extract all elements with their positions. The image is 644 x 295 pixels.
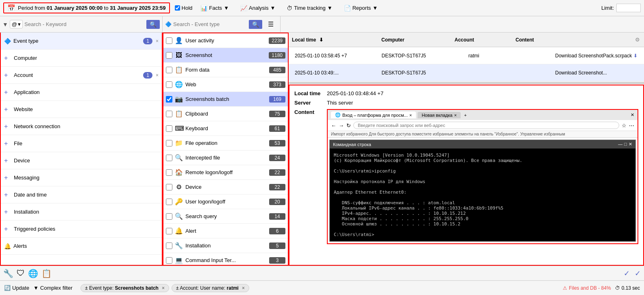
- event-item-user-logon[interactable]: 🔑 User logon/logoff 20: [163, 194, 288, 209]
- tools-icon[interactable]: 🔧: [3, 269, 13, 278]
- table-row[interactable]: 2025-01-10 03:58:45 +7 DESKTOP-S1T67J5 r…: [289, 47, 644, 64]
- sidebar-item-network[interactable]: + Network connection: [1, 118, 162, 135]
- sidebar-close-event-type[interactable]: ×: [156, 38, 159, 44]
- sidebar-label-alerts: Alerts: [13, 243, 159, 249]
- event-item-screenshot[interactable]: 🖼 Screenshot 1180: [163, 48, 288, 63]
- event-cb-intercepted-file[interactable]: [166, 155, 172, 161]
- cmd-controls: — □ ✕: [618, 142, 632, 147]
- table-settings-icon[interactable]: ⚙: [631, 37, 644, 43]
- event-item-web[interactable]: 🌐 Web 373: [163, 77, 288, 92]
- event-cb-form-data[interactable]: [166, 67, 172, 73]
- event-cb-command-input[interactable]: [166, 257, 172, 264]
- tab-add-icon[interactable]: +: [464, 113, 466, 118]
- event-cb-search-query[interactable]: [166, 213, 172, 220]
- keyword-input[interactable]: [24, 21, 145, 27]
- nav-refresh-icon[interactable]: ↻: [346, 122, 351, 129]
- event-cb-screenshots-batch[interactable]: [166, 96, 172, 103]
- event-type-input[interactable]: [173, 21, 247, 27]
- nav-settings-icon[interactable]: ⋯: [629, 122, 634, 129]
- chip-account[interactable]: ± Account: User name: ratmi ×: [172, 284, 249, 292]
- event-icon-keyboard: ⌨: [175, 125, 183, 132]
- event-item-search-query[interactable]: 🔍 Search query 14: [163, 209, 288, 224]
- nav-back-icon[interactable]: ←: [331, 122, 336, 129]
- sidebar-item-alerts[interactable]: 🔔 Alerts: [1, 238, 162, 255]
- download-icon[interactable]: ⬇: [633, 53, 637, 59]
- sidebar-item-application[interactable]: + Application: [1, 84, 162, 101]
- event-item-form-data[interactable]: 📋 Form data 485: [163, 63, 288, 77]
- chip-event-type[interactable]: ± Event type: Screenshots batch ×: [80, 284, 169, 292]
- event-item-file-operation[interactable]: 📁 File operation 53: [163, 136, 288, 151]
- browser-url-input[interactable]: [353, 122, 619, 129]
- reports-menu[interactable]: 📄 Reports ▼: [341, 4, 381, 12]
- sidebar-item-computer[interactable]: + Computer: [1, 50, 162, 67]
- event-item-command-input[interactable]: 💻 Command Input Ter... 3: [163, 253, 288, 266]
- event-item-clipboard[interactable]: 📋 Clipboard 75: [163, 107, 288, 121]
- update-button[interactable]: 🔄 Update: [4, 285, 29, 291]
- check-icon-2[interactable]: ✓: [635, 269, 641, 278]
- facts-icon: 📊: [200, 5, 207, 11]
- hamburger-menu[interactable]: ☰: [264, 18, 278, 31]
- time-tracking-menu[interactable]: ⏱ Time tracking ▼: [283, 4, 335, 12]
- event-count-screenshot: 1180: [269, 52, 285, 59]
- globe-icon[interactable]: 🌐: [28, 269, 38, 278]
- sidebar-item-file[interactable]: + File: [1, 135, 162, 152]
- tab-new-close-icon[interactable]: ×: [454, 113, 457, 118]
- event-cb-user-logon[interactable]: [166, 199, 172, 205]
- event-cb-web[interactable]: [166, 81, 172, 88]
- cmd-close-icon[interactable]: ✕: [629, 142, 632, 147]
- sidebar-item-device[interactable]: + Device: [1, 152, 162, 169]
- sidebar-item-installation[interactable]: + Installation: [1, 203, 162, 221]
- sidebar-item-website[interactable]: + Website: [1, 101, 162, 118]
- event-item-user-activity[interactable]: 👤 User activity 2239: [163, 33, 288, 48]
- reports-label: Reports: [352, 5, 371, 11]
- complex-filter-button[interactable]: ▼ Complex filter: [33, 285, 72, 291]
- event-cb-screenshot[interactable]: [166, 52, 172, 59]
- clipboard-icon[interactable]: 📋: [41, 269, 52, 278]
- event-item-device[interactable]: ⚙ Device 22: [163, 180, 288, 194]
- detail-row-localtime: Local time 2025-01-10 03:48:44 +7: [294, 90, 638, 96]
- sidebar-item-triggered-policies[interactable]: + Triggered policies: [1, 221, 162, 238]
- limit-input[interactable]: [616, 4, 641, 12]
- event-item-alert[interactable]: 🔔 Alert 6: [163, 224, 288, 238]
- hold-checkbox[interactable]: [175, 5, 180, 11]
- event-cb-file-operation[interactable]: [166, 140, 172, 146]
- event-type-search-button[interactable]: 🔍: [249, 20, 262, 29]
- cmd-minimize-icon[interactable]: —: [618, 142, 622, 147]
- event-cb-keyboard[interactable]: [166, 125, 172, 132]
- facts-menu[interactable]: 📊 Facts ▼: [197, 4, 232, 12]
- hold-checkbox-area[interactable]: Hold: [175, 5, 193, 11]
- event-item-remote-logon[interactable]: 🏠 Remote logon/logoff 22: [163, 165, 288, 180]
- event-cb-clipboard[interactable]: [166, 111, 172, 117]
- check-icon-1[interactable]: ✓: [624, 269, 630, 278]
- sidebar-item-account[interactable]: + Account 1 ×: [1, 67, 162, 84]
- event-item-installation[interactable]: 🔧 Installation 5: [163, 238, 288, 253]
- event-type-search-area: 🔷 🔍 ☰: [163, 16, 281, 32]
- event-item-screenshots-batch[interactable]: 📷 Screenshots batch 169: [163, 92, 288, 107]
- sidebar-close-account[interactable]: ×: [156, 72, 159, 78]
- browser-tab-new[interactable]: Новая вкладка ×: [418, 112, 461, 118]
- analysis-menu[interactable]: 📈 Analysis ▼: [237, 4, 278, 12]
- event-cb-remote-logon[interactable]: [166, 169, 172, 176]
- sidebar-item-messaging[interactable]: + Messaging: [1, 169, 162, 186]
- table-row[interactable]: 2025-01-10 03:49:... DESKTOP-S1T67J5 Dow…: [289, 64, 644, 81]
- chip-account-close[interactable]: ×: [242, 285, 245, 291]
- event-cb-installation[interactable]: [166, 243, 172, 249]
- at-dropdown[interactable]: @ ▾: [10, 20, 23, 28]
- sidebar-item-event-type[interactable]: 🔷 Event type 1 ×: [1, 33, 162, 50]
- event-cb-alert[interactable]: [166, 228, 172, 234]
- nav-forward-icon[interactable]: →: [339, 122, 344, 129]
- shield-icon[interactable]: 🛡: [17, 269, 25, 278]
- event-item-intercepted-file[interactable]: 🔍 Intercepted file 24: [163, 151, 288, 165]
- browser-tab-active[interactable]: 🌐 Вход – платформа для просм... ×: [331, 111, 416, 118]
- keyword-search-button[interactable]: 🔍: [146, 20, 160, 29]
- period-selector[interactable]: 📅 Period from 01 January 2025 00:00 to 3…: [3, 2, 170, 13]
- tab-close-icon[interactable]: ×: [409, 113, 412, 118]
- event-cb-device[interactable]: [166, 184, 172, 190]
- chip-event-type-close[interactable]: ×: [162, 285, 165, 291]
- sidebar-item-datetime[interactable]: + Date and time: [1, 186, 162, 203]
- cmd-maximize-icon[interactable]: □: [624, 142, 627, 147]
- nav-star-icon[interactable]: ☆: [622, 122, 627, 129]
- browser-close-icon[interactable]: ✕: [631, 112, 634, 118]
- event-item-keyboard[interactable]: ⌨ Keyboard 61: [163, 121, 288, 136]
- event-cb-user-activity[interactable]: [166, 37, 172, 44]
